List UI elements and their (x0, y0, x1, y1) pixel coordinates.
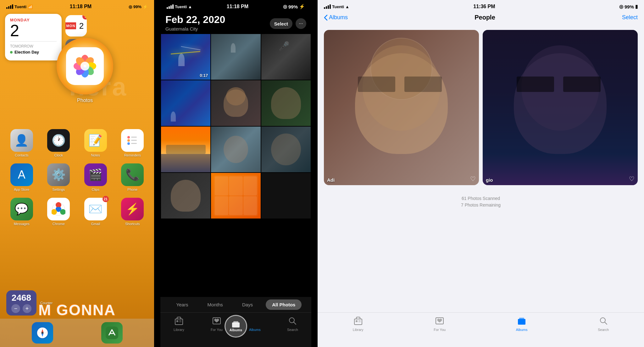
phone3-carrier: Tuenti ▲ (324, 4, 349, 9)
phone2-tabs: Library For You Albums (160, 312, 311, 347)
svg-rect-44 (519, 318, 524, 320)
signal-icon (6, 4, 13, 9)
years-btn[interactable]: Years (170, 299, 195, 310)
p3-tab-search[interactable]: Search (598, 316, 609, 332)
phone3-status-bar: Tuenti ▲ 11:36 PM ◎ 99% ▮ (318, 0, 644, 11)
person-adi-label: Adi (327, 177, 335, 183)
p3-tab-foryou[interactable]: For You (434, 316, 446, 332)
wifi-icon: 📶 (28, 4, 33, 9)
select-button[interactable]: Select (270, 18, 292, 29)
photo-sky1 (161, 127, 210, 172)
photo-cell-11[interactable] (211, 173, 260, 219)
clips-app[interactable]: 🎬 Clips (80, 163, 111, 191)
p3-tab-library[interactable]: Library (353, 316, 364, 332)
more-button[interactable]: ··· (296, 18, 306, 29)
all-photos-btn[interactable]: All Photos (266, 299, 302, 310)
phone1-dock (0, 319, 154, 347)
photo-cell-9[interactable] (261, 127, 311, 172)
svg-rect-39 (356, 320, 358, 322)
phone-app[interactable]: 📞 Phone (117, 163, 148, 191)
p3-foryou-icon (435, 316, 444, 327)
messages-app[interactable]: 💬 Messages (6, 198, 37, 226)
phone3-battery: ◎ 99% ▮ (619, 4, 638, 9)
svg-rect-13 (131, 137, 137, 138)
reminders-app[interactable]: Reminders (117, 129, 148, 157)
shortcuts-label: Shortcuts (125, 222, 140, 226)
appstore-app[interactable]: A App Store (6, 163, 37, 191)
person-adi-thumb (324, 30, 479, 185)
person-gio-heart[interactable]: ♡ (629, 175, 635, 183)
svg-line-37 (294, 322, 296, 324)
p3-search-tab-icon (599, 316, 608, 325)
p3-foryou-tab-icon (435, 316, 444, 325)
photo-selfie2 (261, 80, 311, 126)
clips-label: Clips (92, 188, 99, 191)
p3-battery-icon: ▮ (635, 4, 638, 9)
phone1-status-bar: Tuenti 📶 11:18 PM ◎ 99% ⚡ (0, 0, 154, 11)
safari-dock-icon[interactable] (32, 322, 53, 344)
feedly-icon-svg (106, 327, 118, 339)
photos-app-label: Photos (57, 98, 113, 103)
notes-label: Notes (91, 153, 100, 157)
photo-cell-6[interactable] (261, 80, 311, 126)
safari-icon-svg (36, 327, 49, 339)
select-action[interactable]: Select (622, 14, 638, 21)
albums-tab-label: Albums (249, 328, 261, 332)
calendar-widget[interactable]: MONDAY 2 TOMORROW Election Day (5, 14, 62, 60)
photo-sky3 (261, 127, 311, 172)
photos-icon-inner (66, 47, 104, 85)
phone2-status-bar: Tuenti ▲ 11:18 PM ◎ 99% ⚡ (160, 0, 311, 11)
p3-tab-albums[interactable]: Albums (516, 316, 528, 332)
photo-cell-3[interactable]: 🎤 (261, 34, 311, 80)
months-btn[interactable]: Months (201, 299, 229, 310)
library-icon (175, 316, 183, 327)
person-adi-heart[interactable]: ♡ (470, 175, 476, 183)
phone1-time: 11:18 PM (70, 4, 92, 9)
phone2-carrier: Tuenti ▲ (167, 4, 192, 9)
contacts-app[interactable]: 👤 Contacts (6, 129, 37, 157)
photos-large-icon[interactable] (57, 38, 113, 94)
phone-label: Phone (127, 188, 137, 191)
time-selector: Years Months Days All Photos (160, 297, 311, 312)
tab-albums[interactable]: Albums Albums (249, 316, 261, 332)
tab-foryou[interactable]: For You (211, 316, 223, 332)
person-gio[interactable]: gio ♡ (483, 30, 638, 185)
gmail-app[interactable]: ✉️ 21 Gmail (80, 198, 111, 226)
phone1-battery: ◎ 99% ⚡ (129, 4, 148, 9)
chrome-app[interactable]: Chrome (43, 198, 74, 226)
photo-cell-4[interactable] (161, 80, 210, 126)
svg-rect-30 (176, 320, 178, 322)
photo-cell-7[interactable] (161, 127, 210, 172)
clock-app[interactable]: 🕐 Clock (43, 129, 74, 157)
back-button[interactable]: Albums (324, 14, 348, 21)
tab-search[interactable]: Search (287, 316, 298, 332)
p3-search-label: Search (598, 328, 609, 332)
calendar-event: Election Day (10, 50, 57, 54)
svg-point-11 (127, 139, 130, 142)
back-chevron-icon (324, 14, 328, 21)
days-btn[interactable]: Days (236, 299, 259, 310)
page-title: People (475, 14, 495, 21)
person-gio-thumb (483, 30, 638, 185)
settings-app[interactable]: ⚙️ Settings (43, 163, 74, 191)
photo-cell-10[interactable] (161, 173, 210, 219)
calendar-app-icon[interactable]: MON 2 1 (65, 15, 87, 37)
photo-cell-8[interactable] (211, 127, 260, 172)
photo-cell-5[interactable] (211, 80, 260, 126)
location-icon: ◎ (129, 4, 132, 9)
photo-cell-2[interactable] (211, 34, 260, 80)
photo-cell-12-empty (261, 173, 311, 219)
person-adi[interactable]: Adi ♡ (324, 30, 479, 185)
svg-rect-35 (233, 321, 238, 323)
appstore-label: App Store (14, 188, 29, 191)
p3-foryou-label: For You (434, 328, 446, 332)
shortcuts-app[interactable]: ⚡ Shortcuts (117, 198, 148, 226)
svg-point-12 (127, 142, 130, 145)
notes-app[interactable]: 📝 Notes (80, 129, 111, 157)
photo-cell-1[interactable]: 0:17 (161, 34, 210, 80)
tab-library[interactable]: Library (174, 316, 184, 332)
feedly-dock-icon[interactable] (101, 322, 123, 344)
scan-line1: 61 Photos Scanned (323, 195, 639, 202)
library-tab-label: Library (174, 328, 184, 332)
phone2-battery: ◎ 99% ⚡ (283, 4, 305, 9)
